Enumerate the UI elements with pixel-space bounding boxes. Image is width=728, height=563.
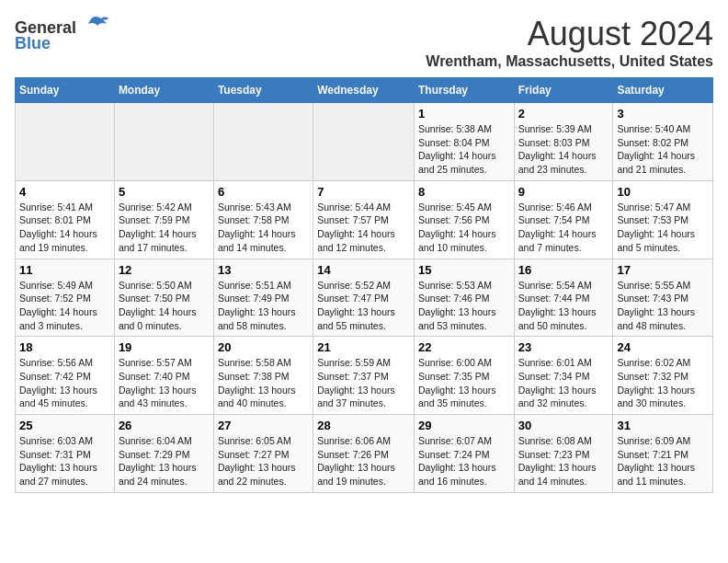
day-cell-content: Sunrise: 6:04 AMSunset: 7:29 PMDaylight:… (119, 434, 210, 488)
weekday-header-sunday: Sunday (16, 78, 115, 103)
day-cell-content: Sunrise: 5:45 AMSunset: 7:56 PMDaylight:… (418, 201, 510, 255)
calendar-day-cell: 9Sunrise: 5:46 AMSunset: 7:54 PMDaylight… (514, 180, 613, 259)
calendar-day-cell: 24Sunrise: 6:02 AMSunset: 7:32 PMDayligh… (613, 337, 713, 415)
calendar-day-cell (114, 103, 213, 181)
calendar-day-cell: 27Sunrise: 6:05 AMSunset: 7:27 PMDayligh… (213, 415, 313, 493)
calendar-day-cell (213, 103, 313, 181)
day-number: 30 (518, 419, 609, 432)
calendar-day-cell: 15Sunrise: 5:53 AMSunset: 7:46 PMDayligh… (414, 259, 514, 337)
day-number: 19 (119, 340, 210, 354)
weekday-header-saturday: Saturday (613, 78, 713, 103)
calendar-day-cell: 13Sunrise: 5:51 AMSunset: 7:49 PMDayligh… (213, 259, 313, 337)
day-cell-content: Sunrise: 5:43 AMSunset: 7:58 PMDaylight:… (218, 201, 309, 255)
calendar-day-cell: 20Sunrise: 5:58 AMSunset: 7:38 PMDayligh… (213, 337, 313, 415)
weekday-header-wednesday: Wednesday (313, 78, 415, 103)
day-cell-content: Sunrise: 6:02 AMSunset: 7:32 PMDaylight:… (617, 356, 709, 410)
day-number: 26 (119, 419, 210, 432)
calendar-week-row: 1Sunrise: 5:38 AMSunset: 8:04 PMDaylight… (16, 103, 713, 181)
calendar-week-row: 4Sunrise: 5:41 AMSunset: 8:01 PMDaylight… (16, 180, 713, 259)
calendar-day-cell (16, 103, 115, 181)
day-number: 12 (119, 263, 210, 277)
day-number: 16 (518, 263, 609, 277)
calendar-day-cell: 23Sunrise: 6:01 AMSunset: 7:34 PMDayligh… (514, 337, 613, 415)
calendar-day-cell: 26Sunrise: 6:04 AMSunset: 7:29 PMDayligh… (114, 415, 213, 493)
day-number: 10 (617, 185, 709, 199)
calendar-day-cell: 30Sunrise: 6:08 AMSunset: 7:23 PMDayligh… (514, 415, 613, 493)
calendar-day-cell: 3Sunrise: 5:40 AMSunset: 8:02 PMDaylight… (613, 103, 713, 181)
logo-bird-icon (83, 15, 108, 33)
header: General Blue August 2024 Wrentham, Massa… (15, 15, 713, 70)
day-number: 23 (518, 340, 609, 354)
day-cell-content: Sunrise: 5:54 AMSunset: 7:44 PMDaylight:… (518, 279, 609, 333)
day-number: 17 (617, 263, 709, 277)
calendar-day-cell: 5Sunrise: 5:42 AMSunset: 7:59 PMDaylight… (114, 180, 213, 259)
calendar-day-cell: 17Sunrise: 5:55 AMSunset: 7:43 PMDayligh… (613, 259, 713, 337)
day-cell-content: Sunrise: 5:57 AMSunset: 7:40 PMDaylight:… (119, 356, 210, 410)
day-number: 20 (218, 340, 309, 354)
calendar-day-cell: 22Sunrise: 6:00 AMSunset: 7:35 PMDayligh… (414, 337, 514, 415)
day-cell-content: Sunrise: 5:39 AMSunset: 8:03 PMDaylight:… (518, 122, 609, 177)
day-cell-content: Sunrise: 6:08 AMSunset: 7:23 PMDaylight:… (518, 434, 609, 488)
day-cell-content: Sunrise: 6:06 AMSunset: 7:26 PMDaylight:… (317, 434, 410, 488)
calendar-day-cell: 19Sunrise: 5:57 AMSunset: 7:40 PMDayligh… (114, 337, 213, 415)
calendar-day-cell: 1Sunrise: 5:38 AMSunset: 8:04 PMDaylight… (414, 103, 514, 181)
calendar-day-cell: 8Sunrise: 5:45 AMSunset: 7:56 PMDaylight… (414, 180, 514, 259)
day-number: 4 (19, 185, 110, 199)
day-cell-content: Sunrise: 5:58 AMSunset: 7:38 PMDaylight:… (218, 356, 309, 410)
calendar-day-cell: 11Sunrise: 5:49 AMSunset: 7:52 PMDayligh… (16, 259, 115, 337)
calendar-day-cell: 14Sunrise: 5:52 AMSunset: 7:47 PMDayligh… (313, 259, 415, 337)
calendar-day-cell: 18Sunrise: 5:56 AMSunset: 7:42 PMDayligh… (16, 337, 115, 415)
day-number: 18 (19, 340, 110, 354)
calendar-table: SundayMondayTuesdayWednesdayThursdayFrid… (15, 77, 713, 493)
day-number: 8 (418, 185, 510, 199)
day-cell-content: Sunrise: 6:09 AMSunset: 7:21 PMDaylight:… (617, 434, 709, 488)
day-cell-content: Sunrise: 6:05 AMSunset: 7:27 PMDaylight:… (218, 434, 309, 488)
calendar-day-cell: 10Sunrise: 5:47 AMSunset: 7:53 PMDayligh… (613, 180, 713, 259)
day-cell-content: Sunrise: 5:38 AMSunset: 8:04 PMDaylight:… (418, 122, 510, 177)
calendar-day-cell: 29Sunrise: 6:07 AMSunset: 7:24 PMDayligh… (414, 415, 514, 493)
month-title: August 2024 (426, 15, 713, 53)
logo: General Blue (15, 15, 108, 53)
calendar-body: 1Sunrise: 5:38 AMSunset: 8:04 PMDaylight… (16, 103, 713, 493)
weekday-header-thursday: Thursday (414, 78, 514, 103)
day-cell-content: Sunrise: 5:56 AMSunset: 7:42 PMDaylight:… (19, 356, 110, 410)
calendar-day-cell: 16Sunrise: 5:54 AMSunset: 7:44 PMDayligh… (514, 259, 613, 337)
day-cell-content: Sunrise: 5:55 AMSunset: 7:43 PMDaylight:… (617, 279, 709, 333)
day-number: 6 (218, 185, 309, 199)
day-number: 1 (418, 107, 510, 121)
weekday-header-monday: Monday (114, 78, 213, 103)
weekday-header-tuesday: Tuesday (213, 78, 313, 103)
calendar-day-cell: 31Sunrise: 6:09 AMSunset: 7:21 PMDayligh… (613, 415, 713, 493)
calendar-day-cell: 21Sunrise: 5:59 AMSunset: 7:37 PMDayligh… (313, 337, 415, 415)
day-number: 31 (617, 419, 709, 432)
day-number: 9 (518, 185, 609, 199)
day-number: 11 (19, 263, 110, 277)
day-number: 5 (119, 185, 210, 199)
day-cell-content: Sunrise: 5:52 AMSunset: 7:47 PMDaylight:… (317, 279, 410, 333)
day-number: 14 (317, 263, 410, 277)
day-cell-content: Sunrise: 5:50 AMSunset: 7:50 PMDaylight:… (119, 279, 210, 333)
day-number: 24 (617, 340, 709, 354)
calendar-week-row: 25Sunrise: 6:03 AMSunset: 7:31 PMDayligh… (16, 415, 713, 493)
day-number: 29 (418, 419, 510, 432)
logo-blue-text: Blue (15, 34, 51, 53)
day-number: 2 (518, 107, 609, 121)
day-number: 22 (418, 340, 510, 354)
calendar-week-row: 11Sunrise: 5:49 AMSunset: 7:52 PMDayligh… (16, 259, 713, 337)
day-cell-content: Sunrise: 6:00 AMSunset: 7:35 PMDaylight:… (418, 356, 510, 410)
day-number: 7 (317, 185, 410, 199)
day-cell-content: Sunrise: 5:42 AMSunset: 7:59 PMDaylight:… (119, 201, 210, 255)
calendar-day-cell: 12Sunrise: 5:50 AMSunset: 7:50 PMDayligh… (114, 259, 213, 337)
calendar-day-cell: 2Sunrise: 5:39 AMSunset: 8:03 PMDaylight… (514, 103, 613, 181)
day-cell-content: Sunrise: 5:44 AMSunset: 7:57 PMDaylight:… (317, 201, 410, 255)
calendar-day-cell: 28Sunrise: 6:06 AMSunset: 7:26 PMDayligh… (313, 415, 415, 493)
calendar-day-cell: 6Sunrise: 5:43 AMSunset: 7:58 PMDaylight… (213, 180, 313, 259)
day-number: 13 (218, 263, 309, 277)
title-area: August 2024 Wrentham, Massachusetts, Uni… (426, 15, 713, 70)
day-number: 27 (218, 419, 309, 432)
calendar-day-cell: 7Sunrise: 5:44 AMSunset: 7:57 PMDaylight… (313, 180, 415, 259)
day-cell-content: Sunrise: 5:40 AMSunset: 8:02 PMDaylight:… (617, 122, 709, 177)
day-number: 21 (317, 340, 410, 354)
day-cell-content: Sunrise: 5:47 AMSunset: 7:53 PMDaylight:… (617, 201, 709, 255)
day-number: 3 (617, 107, 709, 121)
